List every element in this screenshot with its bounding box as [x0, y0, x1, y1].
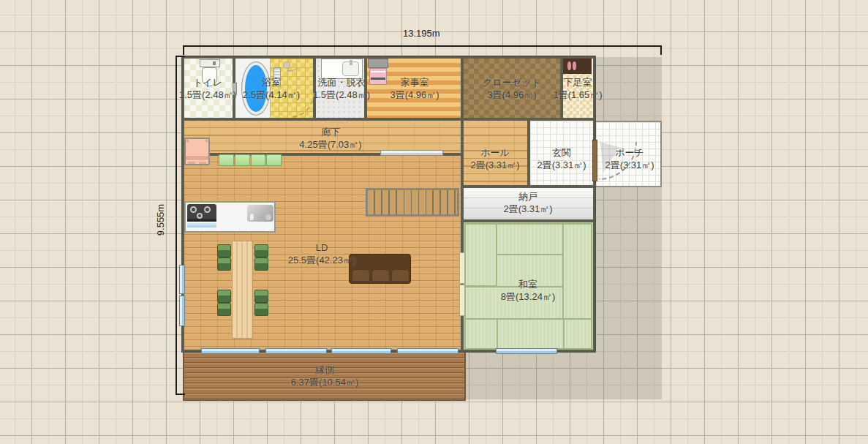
stairs-icon[interactable]	[366, 188, 459, 217]
tatami-mat	[464, 318, 498, 350]
bathtub-icon[interactable]	[242, 62, 270, 115]
dimension-height-line	[176, 56, 177, 395]
entrance-door-icon[interactable]	[592, 140, 597, 181]
tatami-mat	[563, 318, 592, 350]
room-closet[interactable]	[462, 57, 562, 119]
sliding-door-icon[interactable]	[459, 252, 465, 284]
room-washroom[interactable]	[314, 57, 366, 119]
room-entrance[interactable]	[529, 119, 595, 187]
tatami-mat	[497, 318, 565, 350]
room-storeroom[interactable]	[462, 187, 595, 221]
window-icon[interactable]	[265, 348, 327, 354]
room-washitsu[interactable]	[462, 221, 595, 351]
chair-icon[interactable]	[217, 257, 231, 271]
tatami-mat	[464, 286, 564, 320]
room-veranda[interactable]	[183, 351, 466, 401]
chair-icon[interactable]	[254, 244, 268, 257]
shoe-cabinet[interactable]	[563, 59, 593, 74]
stove-icon	[187, 204, 216, 222]
dimension-width-line	[183, 45, 662, 47]
toilet-icon[interactable]	[200, 59, 220, 87]
dimension-height-label: 9.555m	[155, 204, 166, 236]
window-icon[interactable]	[496, 348, 557, 354]
room-hall[interactable]	[462, 119, 529, 187]
room-toilet[interactable]	[183, 57, 234, 119]
cabinet-icon[interactable]	[184, 138, 210, 165]
shower-icon	[273, 61, 298, 86]
roof-overhang-right	[595, 57, 662, 351]
floorplan-canvas[interactable]: { "dimensions": { "width_label": "13.195…	[0, 0, 868, 444]
tatami-mat	[562, 223, 592, 320]
kitchen-counter[interactable]	[184, 201, 276, 233]
chair-icon[interactable]	[217, 244, 231, 257]
room-shoe[interactable]	[562, 57, 595, 119]
tatami-mat	[496, 223, 564, 255]
chair-icon[interactable]	[254, 257, 268, 271]
kitchen-sink-icon	[247, 205, 273, 222]
room-utility[interactable]	[366, 57, 462, 119]
room-porch[interactable]	[595, 121, 662, 187]
shoes-icon	[573, 61, 576, 70]
roof-overhang-bottom	[466, 351, 662, 399]
window-icon[interactable]	[380, 150, 443, 156]
window-icon[interactable]	[179, 296, 185, 326]
chair-icon[interactable]	[254, 290, 268, 303]
bath-door-icon[interactable]	[233, 83, 237, 95]
window-icon[interactable]	[201, 348, 260, 354]
sofa-icon[interactable]	[349, 254, 411, 284]
sideboard-icon[interactable]	[219, 154, 282, 166]
tatami-mat	[464, 223, 497, 287]
room-hallway[interactable]	[183, 119, 462, 154]
washing-machine-icon[interactable]	[368, 59, 388, 86]
washbasin-icon[interactable]	[321, 59, 363, 79]
window-icon[interactable]	[331, 348, 391, 354]
sliding-door-icon[interactable]	[459, 285, 465, 316]
dimension-width-label: 13.195m	[403, 28, 440, 39]
tatami-mat	[496, 254, 564, 287]
dining-table-icon[interactable]	[232, 241, 253, 339]
shoes-icon	[567, 61, 571, 70]
chair-icon[interactable]	[217, 303, 231, 316]
window-icon[interactable]	[397, 348, 458, 354]
room-bath[interactable]	[234, 57, 314, 119]
window-icon[interactable]	[179, 265, 185, 294]
chair-icon[interactable]	[217, 290, 231, 303]
chair-icon[interactable]	[254, 303, 268, 316]
